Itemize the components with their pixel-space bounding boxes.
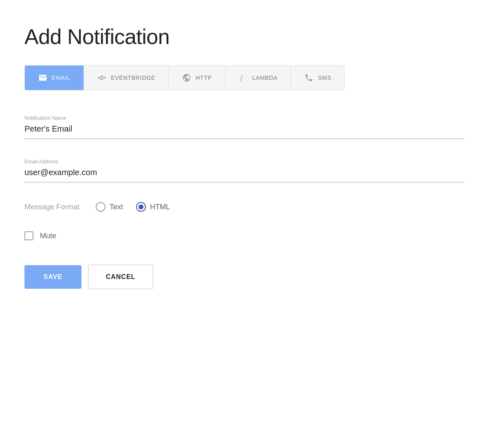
email-address-underline xyxy=(24,182,465,182)
radio-html-inner xyxy=(139,204,143,209)
notification-name-value[interactable]: Peter's Email xyxy=(24,124,465,137)
radio-html-option[interactable]: HTML xyxy=(136,202,170,212)
sms-icon xyxy=(304,73,314,83)
mute-row: Mute xyxy=(24,231,465,240)
notification-name-label: Notification Name xyxy=(24,115,465,121)
tab-lambda[interactable]: f LAMBDA xyxy=(225,66,291,90)
cancel-button[interactable]: CANCEL xyxy=(88,265,153,289)
lambda-icon: f xyxy=(238,73,248,83)
email-address-value[interactable]: user@example.com xyxy=(24,168,465,180)
radio-text-label: Text xyxy=(110,203,123,211)
tab-lambda-label: LAMBDA xyxy=(252,75,278,81)
svg-line-6 xyxy=(103,76,104,78)
email-icon xyxy=(38,73,48,83)
tab-http-label: HTTP xyxy=(196,75,212,81)
radio-text-button[interactable] xyxy=(96,202,106,212)
page-container: Add Notification EMAIL xyxy=(0,0,489,448)
mute-label: Mute xyxy=(40,232,56,240)
message-format-row: Message Format Text HTML xyxy=(24,202,465,212)
svg-rect-3 xyxy=(104,77,106,79)
tab-email[interactable]: EMAIL xyxy=(25,66,84,90)
radio-html-label: HTML xyxy=(150,203,170,211)
notification-name-section: Notification Name Peter's Email xyxy=(24,115,465,139)
tab-eventbridge[interactable]: EVENTBRIDGE xyxy=(84,66,169,90)
save-button[interactable]: SAVE xyxy=(24,265,82,289)
svg-rect-2 xyxy=(101,79,103,80)
email-address-label: Email Address xyxy=(24,158,465,165)
button-row: SAVE CANCEL xyxy=(24,265,465,289)
mute-checkbox[interactable] xyxy=(24,231,33,240)
tab-sms-label: SMS xyxy=(318,75,331,81)
tab-http[interactable]: HTTP xyxy=(169,66,225,90)
page-title: Add Notification xyxy=(24,24,465,49)
notification-name-underline xyxy=(24,138,465,139)
radio-html-button[interactable] xyxy=(136,202,146,212)
tab-bar: EMAIL EVENTBRIDGE xyxy=(24,65,345,90)
message-format-label: Message Format xyxy=(24,203,79,211)
http-icon xyxy=(182,73,192,83)
svg-line-4 xyxy=(100,76,101,78)
tab-eventbridge-label: EVENTBRIDGE xyxy=(111,75,155,81)
tab-sms[interactable]: SMS xyxy=(291,66,344,90)
radio-text-option[interactable]: Text xyxy=(96,202,123,212)
svg-rect-0 xyxy=(98,77,100,79)
svg-line-7 xyxy=(103,78,104,79)
svg-rect-1 xyxy=(101,76,103,77)
tab-email-label: EMAIL xyxy=(52,75,70,81)
email-address-section: Email Address user@example.com xyxy=(24,158,465,182)
eventbridge-icon xyxy=(97,73,107,83)
svg-text:f: f xyxy=(240,74,243,82)
svg-line-5 xyxy=(100,78,101,79)
